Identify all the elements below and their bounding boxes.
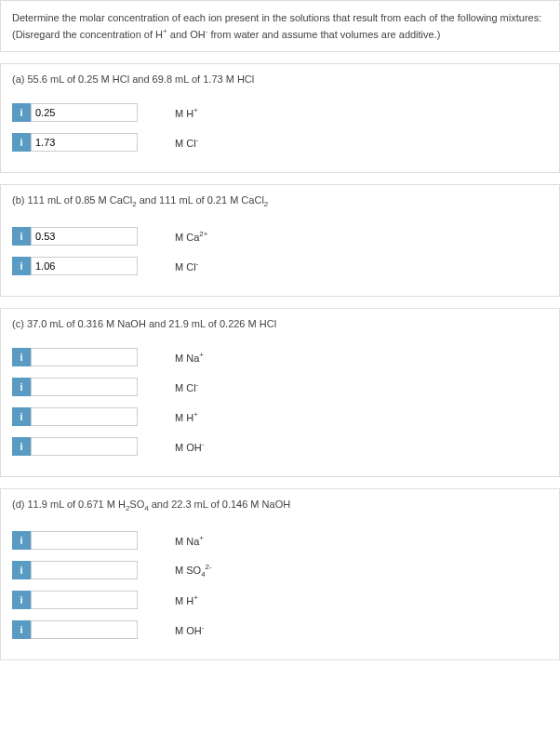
answer-input-c3[interactable]	[31, 407, 138, 426]
info-icon[interactable]: i	[12, 407, 31, 426]
intro-line2-mid: and OH	[167, 28, 206, 39]
part-a-header: (a) 55.6 mL of 0.25 M HCl and 69.8 mL of…	[12, 73, 548, 85]
answer-input-b2[interactable]	[31, 257, 138, 275]
info-icon[interactable]: i	[12, 591, 31, 609]
ion-label: M OH-	[175, 440, 204, 453]
ion-label: M Na+	[175, 534, 204, 547]
input-row: i M H+	[12, 103, 548, 122]
spacer	[0, 477, 560, 488]
ion-label: M Na+	[175, 351, 204, 364]
input-row: i M Cl-	[12, 378, 548, 396]
ion-label: M SO42-	[175, 563, 212, 579]
ion-label: M H+	[175, 593, 198, 606]
info-icon[interactable]: i	[12, 561, 31, 579]
part-c-header: (c) 37.0 mL of 0.316 M NaOH and 21.9 mL …	[12, 318, 548, 329]
info-icon[interactable]: i	[12, 378, 31, 396]
part-a: (a) 55.6 mL of 0.25 M HCl and 69.8 mL of…	[0, 63, 560, 173]
spacer	[0, 297, 560, 308]
ion-label: M Cl-	[175, 380, 198, 393]
info-icon[interactable]: i	[12, 133, 31, 152]
answer-input-b1[interactable]	[31, 227, 138, 246]
answer-input-c4[interactable]	[31, 437, 138, 456]
info-icon[interactable]: i	[12, 531, 31, 550]
input-row: i M Na+	[12, 348, 548, 366]
part-c: (c) 37.0 mL of 0.316 M NaOH and 21.9 mL …	[0, 308, 560, 477]
part-b-header: (b) 111 mL of 0.85 M CaCl2 and 111 mL of…	[12, 194, 548, 208]
intro-line1: Determine the molar concentration of eac…	[12, 12, 541, 23]
info-icon[interactable]: i	[12, 437, 31, 456]
answer-input-a2[interactable]	[31, 133, 138, 152]
ion-label: M Cl-	[175, 259, 198, 273]
input-row: i M Cl-	[12, 257, 548, 275]
answer-input-d3[interactable]	[31, 591, 138, 609]
intro-section: Determine the molar concentration of eac…	[0, 0, 560, 52]
intro-line2-post: from water and assume that volumes are a…	[207, 28, 440, 39]
input-row: i M H+	[12, 591, 548, 609]
part-b: (b) 111 mL of 0.85 M CaCl2 and 111 mL of…	[0, 184, 560, 297]
input-row: i M SO42-	[12, 561, 548, 579]
input-row: i M Na+	[12, 531, 548, 550]
ion-label: M H+	[175, 410, 198, 423]
input-row: i M OH-	[12, 437, 548, 456]
answer-input-d1[interactable]	[31, 531, 138, 550]
spacer	[0, 52, 560, 63]
info-icon[interactable]: i	[12, 227, 31, 246]
ion-label: M Cl-	[175, 136, 198, 149]
answer-input-c2[interactable]	[31, 378, 138, 396]
ion-label: M Ca2+	[175, 230, 207, 243]
answer-input-d4[interactable]	[31, 620, 138, 639]
input-row: i M H+	[12, 407, 548, 426]
input-row: i M Ca2+	[12, 227, 548, 246]
ion-label: M H+	[175, 106, 198, 119]
intro-text: Determine the molar concentration of eac…	[12, 10, 548, 42]
info-icon[interactable]: i	[12, 348, 31, 366]
ion-label: M OH-	[175, 623, 204, 636]
answer-input-a1[interactable]	[31, 103, 138, 122]
input-row: i M OH-	[12, 620, 548, 639]
intro-line2-pre: (Disregard the concentration of H	[12, 28, 163, 39]
answer-input-c1[interactable]	[31, 348, 138, 366]
info-icon[interactable]: i	[12, 257, 31, 275]
info-icon[interactable]: i	[12, 103, 31, 122]
spacer	[0, 173, 560, 184]
answer-input-d2[interactable]	[31, 561, 138, 579]
part-d: (d) 11.9 mL of 0.671 M H2SO4 and 22.3 mL…	[0, 488, 560, 660]
part-d-header: (d) 11.9 mL of 0.671 M H2SO4 and 22.3 mL…	[12, 499, 548, 512]
info-icon[interactable]: i	[12, 620, 31, 639]
input-row: i M Cl-	[12, 133, 548, 152]
